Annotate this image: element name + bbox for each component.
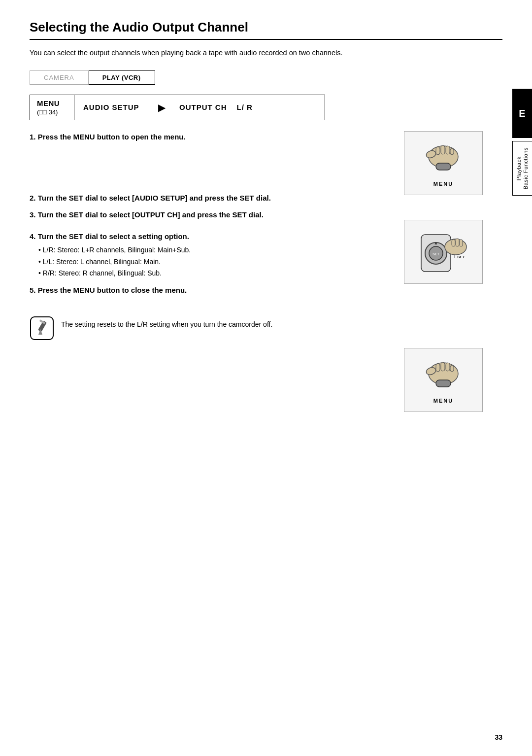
note-block: The setting resets to the L/R setting wh… xyxy=(30,311,502,341)
svg-text:▲: ▲ xyxy=(434,241,438,245)
tab-play[interactable]: PLAY (VCR) xyxy=(89,70,155,85)
svg-rect-4 xyxy=(446,146,450,154)
page-container: E Basic Functions Playback Selecting the… xyxy=(0,0,532,756)
step-3-text: 3. Turn the SET dial to select [OUTPUT C… xyxy=(30,209,394,221)
image-box-menu-2: MENU xyxy=(404,348,483,412)
menu-arrow: ▶ xyxy=(153,102,170,113)
sidebar-basic-functions: Basic Functions Playback xyxy=(515,147,530,189)
step-5: 5. Press the MENU button to close the me… xyxy=(30,284,502,296)
sidebar-e-letter: E xyxy=(519,108,525,119)
tab-camera[interactable]: CAMERA xyxy=(30,70,89,85)
note-icon xyxy=(30,316,54,341)
set-dial-svg: SET ▲ SET xyxy=(416,225,470,279)
step-5-text: 5. Press the MENU button to close the me… xyxy=(30,284,394,296)
bullet-2: L/L: Stereo: L channel, Bilingual: Main. xyxy=(38,256,394,268)
intro-text: You can select the output channels when … xyxy=(30,48,502,59)
page-title: Selecting the Audio Output Channel xyxy=(30,20,502,40)
menu-center: AUDIO SETUP xyxy=(74,99,153,115)
svg-rect-21 xyxy=(436,364,440,372)
step-2-text: 2. Turn the SET dial to select [AUDIO SE… xyxy=(30,192,394,204)
menu-output: OUTPUT CH xyxy=(179,103,227,111)
right-sidebar: E Basic Functions Playback xyxy=(512,0,532,756)
menu-diagram: MENU (□□ 34) AUDIO SETUP ▶ OUTPUT CH L/ … xyxy=(30,95,325,120)
menu-illustration-2: MENU xyxy=(404,348,482,412)
sidebar-e-block: E xyxy=(512,89,532,138)
svg-rect-25 xyxy=(436,380,451,387)
svg-rect-6 xyxy=(436,163,451,170)
tab-bar: CAMERA PLAY (VCR) xyxy=(30,70,502,85)
menu-ref: (□□ 34) xyxy=(37,108,67,116)
hand-svg-1 xyxy=(421,139,466,179)
page-number: 33 xyxy=(495,733,502,741)
svg-rect-16 xyxy=(460,240,463,246)
step-4-text: 4. Turn the SET dial to select a setting… xyxy=(30,231,394,242)
svg-rect-23 xyxy=(446,363,450,371)
svg-rect-3 xyxy=(441,145,445,154)
svg-rect-22 xyxy=(441,362,445,371)
bullet-3: R/R: Stereo: R channel, Bilingual: Sub. xyxy=(38,268,394,279)
sidebar-text-block: Basic Functions Playback xyxy=(512,141,532,196)
svg-rect-24 xyxy=(450,365,454,372)
svg-rect-5 xyxy=(450,148,454,155)
set-dial-illustration: SET ▲ SET xyxy=(404,220,482,283)
menu-illustration-1: MENU xyxy=(404,132,482,195)
svg-text:SET: SET xyxy=(432,252,439,256)
note-icon-svg xyxy=(30,316,54,341)
step-1-text: 1. Press the MENU button to open the men… xyxy=(30,131,394,143)
menu-left: MENU (□□ 34) xyxy=(30,95,74,120)
content-area: 1. Press the MENU button to open the men… xyxy=(30,131,502,341)
step-2-3: 2. Turn the SET dial to select [AUDIO SE… xyxy=(30,192,502,221)
svg-rect-2 xyxy=(436,147,440,155)
svg-text:SET: SET xyxy=(457,255,466,259)
menu-btn-label-1: MENU xyxy=(433,181,453,187)
menu-right: OUTPUT CH L/ R xyxy=(170,99,262,115)
menu-label: MENU xyxy=(37,99,67,107)
svg-rect-14 xyxy=(452,240,455,246)
image-box-menu-1: MENU xyxy=(404,131,483,195)
bullet-1: L/R: Stereo: L+R channels, Bilingual: Ma… xyxy=(38,244,394,256)
svg-rect-15 xyxy=(456,239,459,246)
menu-btn-label-2: MENU xyxy=(433,398,453,404)
note-text: The setting resets to the L/R setting wh… xyxy=(61,315,272,330)
menu-value: L/ R xyxy=(237,103,253,111)
image-box-set: SET ▲ SET xyxy=(404,220,483,284)
bullet-list: L/R: Stereo: L+R channels, Bilingual: Ma… xyxy=(38,244,394,279)
hand-svg-2 xyxy=(421,356,466,396)
